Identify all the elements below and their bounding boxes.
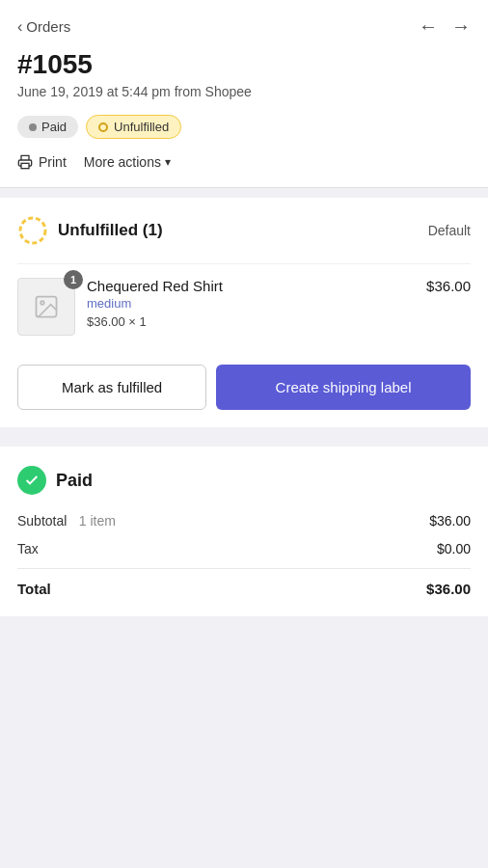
nav-arrows: ← → xyxy=(419,15,471,38)
fulfillment-header: Unfulfilled (1) Default xyxy=(17,215,471,246)
product-row: 1 Chequered Red Shirt medium $36.00 × 1 … xyxy=(17,263,471,349)
more-actions-label: More actions xyxy=(84,154,161,170)
print-button[interactable]: Print xyxy=(17,154,67,170)
product-price-qty: $36.00 × 1 xyxy=(87,314,415,329)
svg-point-3 xyxy=(41,301,44,305)
badges-row: Paid Unfulfilled xyxy=(17,115,471,139)
product-variant: medium xyxy=(87,296,415,311)
default-label: Default xyxy=(428,223,471,238)
mark-fulfilled-button[interactable]: Mark as fulfilled xyxy=(17,365,206,410)
svg-point-1 xyxy=(20,218,45,243)
svg-rect-0 xyxy=(21,163,29,168)
unfulfilled-badge-label: Unfulfilled xyxy=(114,120,169,134)
tax-row: Tax $0.00 xyxy=(17,541,471,556)
print-label: Print xyxy=(39,154,67,170)
header-section: ‹ Orders ← → #1055 June 19, 2019 at 5:44… xyxy=(0,0,488,188)
tax-value: $0.00 xyxy=(437,541,471,556)
back-chevron-icon: ‹ xyxy=(17,18,22,36)
actions-row: Print More actions ▾ xyxy=(17,154,471,170)
fulfillment-title-row: Unfulfilled (1) xyxy=(17,215,163,246)
subtotal-row: Subtotal 1 item $36.00 xyxy=(17,512,471,529)
section-gap-1 xyxy=(0,188,488,198)
total-value: $36.00 xyxy=(426,581,471,597)
paid-status-icon xyxy=(17,466,46,495)
total-row: Total $36.00 xyxy=(17,577,471,597)
prev-arrow[interactable]: ← xyxy=(419,15,438,38)
paid-badge-label: Paid xyxy=(41,120,67,134)
next-arrow[interactable]: → xyxy=(451,15,471,38)
payment-title: Paid xyxy=(56,471,93,491)
product-total: $36.00 xyxy=(426,278,471,294)
payment-section: Paid Subtotal 1 item $36.00 Tax $0.00 To… xyxy=(0,447,488,616)
product-info: Chequered Red Shirt medium $36.00 × 1 xyxy=(87,278,415,329)
fulfillment-section: Unfulfilled (1) Default 1 Chequered Red … xyxy=(0,198,488,427)
subtotal-label: Subtotal xyxy=(17,513,67,529)
product-image-wrap: 1 xyxy=(17,278,75,336)
paid-badge: Paid xyxy=(17,116,78,138)
section-gap-2 xyxy=(0,427,488,437)
checkmark-icon xyxy=(24,473,40,488)
nav-row: ‹ Orders ← → xyxy=(17,15,471,38)
unfulfilled-status-icon xyxy=(17,215,48,246)
total-label: Total xyxy=(17,581,51,597)
order-date: June 19, 2019 at 5:44 pm from Shopee xyxy=(17,84,471,99)
fulfillment-actions: Mark as fulfilled Create shipping label xyxy=(17,349,471,427)
product-placeholder-icon xyxy=(33,293,60,320)
subtotal-label-group: Subtotal 1 item xyxy=(17,512,116,529)
payment-header: Paid xyxy=(17,466,471,495)
create-shipping-label-button[interactable]: Create shipping label xyxy=(216,365,471,410)
product-name: Chequered Red Shirt xyxy=(87,278,415,294)
paid-badge-dot xyxy=(29,123,37,131)
unfulfilled-badge: Unfulfilled xyxy=(86,115,181,139)
payment-divider xyxy=(17,568,471,569)
tax-label: Tax xyxy=(17,541,39,556)
unfulfilled-badge-dot xyxy=(98,122,108,132)
print-icon xyxy=(17,154,33,170)
back-link[interactable]: ‹ Orders xyxy=(17,18,70,36)
more-actions-button[interactable]: More actions ▾ xyxy=(84,154,171,170)
back-label: Orders xyxy=(26,18,70,35)
fulfillment-title: Unfulfilled (1) xyxy=(58,221,163,240)
subtotal-value: $36.00 xyxy=(429,513,471,529)
chevron-down-icon: ▾ xyxy=(165,155,171,169)
quantity-badge: 1 xyxy=(64,270,83,289)
order-id: #1055 xyxy=(17,49,471,80)
subtotal-items: 1 item xyxy=(79,513,116,529)
